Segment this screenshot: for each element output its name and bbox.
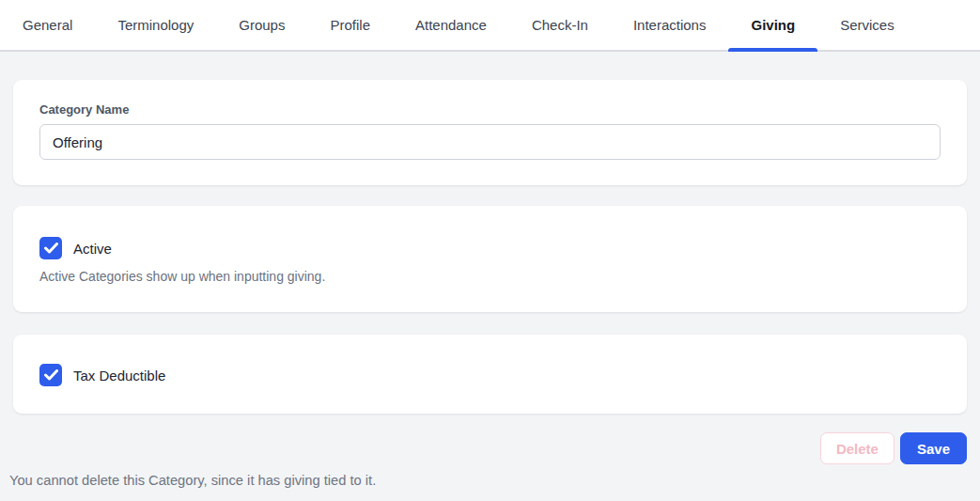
save-button[interactable]: Save — [900, 432, 967, 464]
category-name-card: Category Name — [13, 80, 967, 185]
category-name-label: Category Name — [39, 103, 941, 116]
tab-giving[interactable]: Giving — [728, 0, 817, 50]
tab-attendance[interactable]: Attendance — [393, 0, 509, 50]
active-checkbox-label: Active — [73, 241, 112, 257]
tab-terminology[interactable]: Terminology — [95, 0, 216, 50]
active-description: Active Categories show up when inputting… — [39, 269, 941, 284]
tax-deductible-checkbox[interactable] — [39, 364, 62, 386]
tab-interactions[interactable]: Interactions — [611, 0, 729, 50]
tab-services[interactable]: Services — [817, 0, 917, 50]
tab-general[interactable]: General — [0, 0, 95, 50]
active-checkbox[interactable] — [39, 237, 62, 259]
tab-groups[interactable]: Groups — [216, 0, 307, 50]
tab-check-in[interactable]: Check-In — [509, 0, 611, 50]
delete-button[interactable]: Delete — [820, 432, 894, 464]
category-name-input[interactable] — [39, 124, 941, 160]
form-actions: Delete Save — [13, 432, 967, 464]
settings-tab-bar: General Terminology Groups Profile Atten… — [0, 0, 980, 52]
tab-profile[interactable]: Profile — [307, 0, 393, 50]
checkmark-icon — [44, 369, 58, 381]
tax-deductible-checkbox-label: Tax Deductible — [73, 368, 165, 384]
active-card: Active Active Categories show up when in… — [13, 206, 967, 312]
checkmark-icon — [44, 243, 58, 254]
giving-settings-panel: Category Name Active Active Categories s… — [0, 52, 980, 488]
tax-deductible-card: Tax Deductible — [13, 335, 967, 414]
delete-restriction-note: You cannot delete this Category, since i… — [9, 473, 967, 488]
